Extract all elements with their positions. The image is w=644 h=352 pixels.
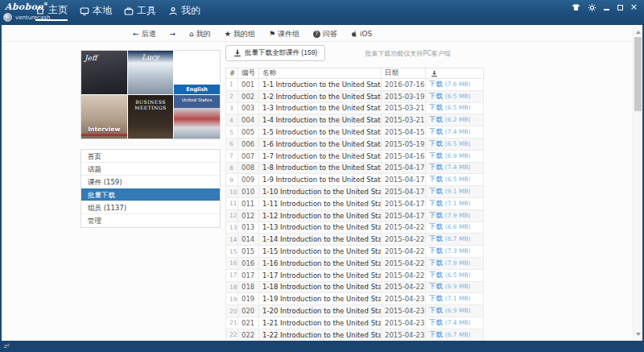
- nav-item-ios[interactable]: iOS: [351, 30, 372, 39]
- actions-row: 批量下载全部课件 (159) 批量下载功能仅支持PC客户端: [225, 45, 483, 64]
- row-index: 21: [226, 317, 238, 329]
- close-button[interactable]: ×: [630, 2, 638, 12]
- window-controls: ×: [572, 2, 638, 12]
- sidebar-menu-item[interactable]: 批量下载: [81, 188, 220, 201]
- user-icon: [168, 6, 178, 16]
- row-date: 2015-04-16: [382, 150, 426, 162]
- row-code: 008: [238, 162, 259, 174]
- maximize-button[interactable]: [617, 2, 623, 12]
- home-icon: ⌂: [189, 30, 194, 38]
- nav-item-mine[interactable]: ⌂ 我的: [189, 29, 211, 39]
- theme-icon[interactable]: [572, 2, 580, 12]
- table-row: 20 020 1-20 Introduction to the United S…: [226, 305, 484, 317]
- app-window: Aboboo® 主页 本地 工具 我的 ×: [0, 0, 644, 352]
- file-size: (7.1 MB): [445, 200, 471, 207]
- download-icon: [233, 49, 242, 57]
- group-cover-collage[interactable]: Jeff Lucy English Interview BUSINESS MEE…: [80, 50, 221, 139]
- row-code: 002: [238, 90, 259, 102]
- forward-button[interactable]: →: [170, 30, 176, 38]
- download-link[interactable]: 下载 (6.5 MB): [429, 175, 470, 183]
- row-index: 20: [226, 305, 238, 317]
- header-index: #: [226, 68, 238, 79]
- sidebar-menu-item[interactable]: 管理: [81, 214, 220, 227]
- download-link[interactable]: 下载 (7.4 MB): [429, 127, 470, 135]
- download-all-button[interactable]: 批量下载全部课件 (159): [225, 45, 325, 61]
- download-link[interactable]: 下载 (7.6 MB): [429, 80, 470, 88]
- download-link[interactable]: 下载 (6.5 MB): [429, 271, 470, 279]
- download-link[interactable]: 下载 (7.3 MB): [429, 246, 470, 255]
- row-date: 2015-04-17: [382, 197, 426, 209]
- row-code: 006: [238, 138, 259, 150]
- row-date: 2015-04-22: [382, 281, 426, 293]
- nav-item-qa[interactable]: ? 问答: [313, 29, 337, 39]
- settings-gear-icon[interactable]: [588, 2, 597, 12]
- sidebar-menu-item[interactable]: 首页: [81, 150, 220, 163]
- download-link[interactable]: 下载 (6.9 MB): [429, 151, 470, 159]
- table-body: 1 001 1-1 Introduction to the United Sta…: [226, 79, 484, 342]
- row-code: 016: [238, 257, 259, 269]
- download-link[interactable]: 下载 (6.5 MB): [429, 139, 470, 147]
- row-index: 9: [226, 174, 238, 186]
- row-date: 2015-04-22: [382, 269, 426, 281]
- file-size: (6.5 MB): [445, 93, 471, 100]
- download-link[interactable]: 下载 (6.5 MB): [429, 92, 470, 100]
- download-link[interactable]: 下载 (6.6 MB): [429, 222, 470, 230]
- download-link[interactable]: 下载 (7.4 MB): [429, 163, 470, 171]
- sidebar-menu-item[interactable]: 话题: [81, 163, 220, 176]
- row-name: 1-3 Introduction to the United States: [259, 102, 382, 114]
- file-size: (7.4 MB): [445, 319, 471, 326]
- vertical-scrollbar[interactable]: [633, 27, 642, 340]
- back-button[interactable]: ← 后退: [133, 29, 156, 39]
- account-badge[interactable]: venturecash: [3, 13, 50, 22]
- table-row: 19 019 1-19 Introduction to the United S…: [226, 293, 484, 305]
- download-link[interactable]: 下载 (7.9 MB): [429, 211, 470, 219]
- nav-item-courseware-groups[interactable]: ⚑ 课件组: [269, 29, 299, 39]
- tab-mine[interactable]: 我的: [168, 3, 200, 21]
- download-link[interactable]: 下载 (6.7 MB): [429, 234, 470, 242]
- file-size: (7.6 MB): [445, 81, 471, 88]
- sidebar-menu-item[interactable]: 课件 (159): [81, 176, 220, 188]
- table-row: 8 008 1-8 Introduction to the United Sta…: [226, 162, 484, 174]
- download-link[interactable]: 下载 (9.1 MB): [429, 187, 470, 195]
- scrollbar-thumb[interactable]: [634, 37, 642, 111]
- row-date: 2015-05-19: [382, 138, 426, 150]
- scroll-up-arrow-icon[interactable]: [636, 31, 641, 34]
- row-index: 12: [226, 209, 238, 222]
- download-link[interactable]: 下载 (7.1 MB): [429, 199, 470, 207]
- download-link[interactable]: 下载 (6.5 MB): [429, 103, 470, 111]
- row-code: 011: [238, 197, 259, 209]
- download-link[interactable]: 下载 (7.1 MB): [429, 294, 470, 302]
- file-size: (7.1 MB): [445, 295, 471, 302]
- briefcase-icon: [124, 6, 134, 16]
- download-link[interactable]: 下载 (7.4 MB): [429, 318, 470, 326]
- sidebar-menu-item[interactable]: 组员 (1137): [81, 201, 220, 214]
- row-name: 1-16 Introduction to the United States: [259, 257, 382, 269]
- username: venturecash: [15, 14, 50, 21]
- table-row: 18 018 1-18 Introduction to the United S…: [226, 281, 484, 293]
- download-link[interactable]: 下载 (6.2 MB): [429, 115, 470, 123]
- tab-tools[interactable]: 工具: [124, 3, 156, 21]
- row-code: 003: [238, 102, 259, 114]
- download-link[interactable]: 下载 (6.9 MB): [429, 282, 470, 290]
- nav-item-my-groups[interactable]: ★ 我的组: [225, 29, 255, 39]
- row-code: 004: [238, 114, 259, 126]
- scroll-down-arrow-icon[interactable]: [636, 333, 641, 336]
- row-index: 13: [226, 222, 238, 234]
- back-arrow-icon: ←: [133, 30, 139, 38]
- row-code: 007: [238, 150, 259, 162]
- minimize-button[interactable]: [604, 2, 610, 12]
- sidebar: Jeff Lucy English Interview BUSINESS MEE…: [80, 50, 221, 228]
- row-code: 012: [238, 209, 259, 222]
- download-link[interactable]: 下载 (7.9 MB): [429, 259, 470, 267]
- tab-local[interactable]: 本地: [80, 3, 112, 21]
- row-name: 1-17 Introduction to the United States: [259, 269, 382, 281]
- download-link[interactable]: 下载 (6.7 MB): [429, 330, 470, 338]
- row-name: 1-18 Introduction to the United States: [259, 281, 382, 293]
- download-link[interactable]: 下载 (6.9 MB): [429, 306, 470, 314]
- row-date: 2015-04-23: [382, 293, 426, 305]
- file-size: (6.9 MB): [445, 283, 471, 290]
- star-icon: ★: [225, 30, 231, 38]
- table-row: 12 012 1-12 Introduction to the United S…: [226, 209, 484, 222]
- row-name: 1-11 Introduction to the United States: [259, 197, 382, 209]
- file-size: (6.7 MB): [445, 235, 471, 242]
